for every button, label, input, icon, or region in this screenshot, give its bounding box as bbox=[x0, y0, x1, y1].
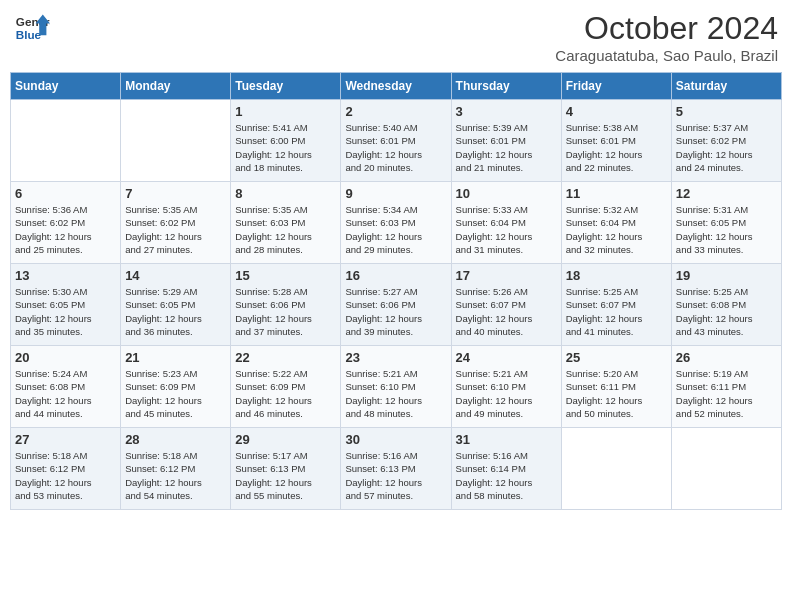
day-number: 15 bbox=[235, 268, 336, 283]
calendar-cell: 8Sunrise: 5:35 AM Sunset: 6:03 PM Daylig… bbox=[231, 182, 341, 264]
logo: General Blue bbox=[14, 10, 50, 46]
cell-content: Sunrise: 5:17 AM Sunset: 6:13 PM Dayligh… bbox=[235, 449, 336, 502]
location-subtitle: Caraguatatuba, Sao Paulo, Brazil bbox=[555, 47, 778, 64]
day-number: 6 bbox=[15, 186, 116, 201]
calendar-week-1: 1Sunrise: 5:41 AM Sunset: 6:00 PM Daylig… bbox=[11, 100, 782, 182]
calendar-body: 1Sunrise: 5:41 AM Sunset: 6:00 PM Daylig… bbox=[11, 100, 782, 510]
day-number: 7 bbox=[125, 186, 226, 201]
calendar-cell bbox=[671, 428, 781, 510]
cell-content: Sunrise: 5:19 AM Sunset: 6:11 PM Dayligh… bbox=[676, 367, 777, 420]
day-number: 10 bbox=[456, 186, 557, 201]
cell-content: Sunrise: 5:37 AM Sunset: 6:02 PM Dayligh… bbox=[676, 121, 777, 174]
cell-content: Sunrise: 5:21 AM Sunset: 6:10 PM Dayligh… bbox=[456, 367, 557, 420]
day-number: 1 bbox=[235, 104, 336, 119]
day-header-friday: Friday bbox=[561, 73, 671, 100]
calendar-cell: 21Sunrise: 5:23 AM Sunset: 6:09 PM Dayli… bbox=[121, 346, 231, 428]
calendar-cell: 18Sunrise: 5:25 AM Sunset: 6:07 PM Dayli… bbox=[561, 264, 671, 346]
cell-content: Sunrise: 5:29 AM Sunset: 6:05 PM Dayligh… bbox=[125, 285, 226, 338]
cell-content: Sunrise: 5:26 AM Sunset: 6:07 PM Dayligh… bbox=[456, 285, 557, 338]
cell-content: Sunrise: 5:16 AM Sunset: 6:13 PM Dayligh… bbox=[345, 449, 446, 502]
day-number: 2 bbox=[345, 104, 446, 119]
day-number: 27 bbox=[15, 432, 116, 447]
day-number: 30 bbox=[345, 432, 446, 447]
calendar-cell: 9Sunrise: 5:34 AM Sunset: 6:03 PM Daylig… bbox=[341, 182, 451, 264]
cell-content: Sunrise: 5:18 AM Sunset: 6:12 PM Dayligh… bbox=[15, 449, 116, 502]
cell-content: Sunrise: 5:31 AM Sunset: 6:05 PM Dayligh… bbox=[676, 203, 777, 256]
calendar-cell: 17Sunrise: 5:26 AM Sunset: 6:07 PM Dayli… bbox=[451, 264, 561, 346]
calendar-cell: 15Sunrise: 5:28 AM Sunset: 6:06 PM Dayli… bbox=[231, 264, 341, 346]
day-number: 31 bbox=[456, 432, 557, 447]
cell-content: Sunrise: 5:41 AM Sunset: 6:00 PM Dayligh… bbox=[235, 121, 336, 174]
calendar-cell: 4Sunrise: 5:38 AM Sunset: 6:01 PM Daylig… bbox=[561, 100, 671, 182]
calendar-cell bbox=[561, 428, 671, 510]
calendar-cell: 25Sunrise: 5:20 AM Sunset: 6:11 PM Dayli… bbox=[561, 346, 671, 428]
cell-content: Sunrise: 5:27 AM Sunset: 6:06 PM Dayligh… bbox=[345, 285, 446, 338]
day-number: 13 bbox=[15, 268, 116, 283]
month-title: October 2024 bbox=[555, 10, 778, 47]
cell-content: Sunrise: 5:40 AM Sunset: 6:01 PM Dayligh… bbox=[345, 121, 446, 174]
day-number: 17 bbox=[456, 268, 557, 283]
day-number: 28 bbox=[125, 432, 226, 447]
calendar-cell: 13Sunrise: 5:30 AM Sunset: 6:05 PM Dayli… bbox=[11, 264, 121, 346]
cell-content: Sunrise: 5:22 AM Sunset: 6:09 PM Dayligh… bbox=[235, 367, 336, 420]
day-number: 29 bbox=[235, 432, 336, 447]
cell-content: Sunrise: 5:20 AM Sunset: 6:11 PM Dayligh… bbox=[566, 367, 667, 420]
cell-content: Sunrise: 5:32 AM Sunset: 6:04 PM Dayligh… bbox=[566, 203, 667, 256]
day-header-tuesday: Tuesday bbox=[231, 73, 341, 100]
cell-content: Sunrise: 5:36 AM Sunset: 6:02 PM Dayligh… bbox=[15, 203, 116, 256]
calendar-cell: 5Sunrise: 5:37 AM Sunset: 6:02 PM Daylig… bbox=[671, 100, 781, 182]
svg-text:Blue: Blue bbox=[16, 28, 42, 41]
day-number: 5 bbox=[676, 104, 777, 119]
day-number: 21 bbox=[125, 350, 226, 365]
calendar-cell: 24Sunrise: 5:21 AM Sunset: 6:10 PM Dayli… bbox=[451, 346, 561, 428]
day-number: 25 bbox=[566, 350, 667, 365]
calendar-header-row: SundayMondayTuesdayWednesdayThursdayFrid… bbox=[11, 73, 782, 100]
calendar-week-5: 27Sunrise: 5:18 AM Sunset: 6:12 PM Dayli… bbox=[11, 428, 782, 510]
day-number: 9 bbox=[345, 186, 446, 201]
calendar-cell: 29Sunrise: 5:17 AM Sunset: 6:13 PM Dayli… bbox=[231, 428, 341, 510]
cell-content: Sunrise: 5:21 AM Sunset: 6:10 PM Dayligh… bbox=[345, 367, 446, 420]
cell-content: Sunrise: 5:23 AM Sunset: 6:09 PM Dayligh… bbox=[125, 367, 226, 420]
cell-content: Sunrise: 5:18 AM Sunset: 6:12 PM Dayligh… bbox=[125, 449, 226, 502]
calendar-cell: 11Sunrise: 5:32 AM Sunset: 6:04 PM Dayli… bbox=[561, 182, 671, 264]
cell-content: Sunrise: 5:24 AM Sunset: 6:08 PM Dayligh… bbox=[15, 367, 116, 420]
title-block: October 2024 Caraguatatuba, Sao Paulo, B… bbox=[555, 10, 778, 64]
page-header: General Blue October 2024 Caraguatatuba,… bbox=[10, 10, 782, 64]
cell-content: Sunrise: 5:34 AM Sunset: 6:03 PM Dayligh… bbox=[345, 203, 446, 256]
cell-content: Sunrise: 5:25 AM Sunset: 6:08 PM Dayligh… bbox=[676, 285, 777, 338]
cell-content: Sunrise: 5:35 AM Sunset: 6:03 PM Dayligh… bbox=[235, 203, 336, 256]
calendar-cell: 14Sunrise: 5:29 AM Sunset: 6:05 PM Dayli… bbox=[121, 264, 231, 346]
calendar-cell: 19Sunrise: 5:25 AM Sunset: 6:08 PM Dayli… bbox=[671, 264, 781, 346]
calendar-cell: 28Sunrise: 5:18 AM Sunset: 6:12 PM Dayli… bbox=[121, 428, 231, 510]
calendar-cell: 2Sunrise: 5:40 AM Sunset: 6:01 PM Daylig… bbox=[341, 100, 451, 182]
cell-content: Sunrise: 5:33 AM Sunset: 6:04 PM Dayligh… bbox=[456, 203, 557, 256]
day-number: 22 bbox=[235, 350, 336, 365]
day-header-thursday: Thursday bbox=[451, 73, 561, 100]
cell-content: Sunrise: 5:25 AM Sunset: 6:07 PM Dayligh… bbox=[566, 285, 667, 338]
day-number: 3 bbox=[456, 104, 557, 119]
calendar-cell: 26Sunrise: 5:19 AM Sunset: 6:11 PM Dayli… bbox=[671, 346, 781, 428]
day-header-saturday: Saturday bbox=[671, 73, 781, 100]
day-number: 19 bbox=[676, 268, 777, 283]
cell-content: Sunrise: 5:39 AM Sunset: 6:01 PM Dayligh… bbox=[456, 121, 557, 174]
day-number: 18 bbox=[566, 268, 667, 283]
cell-content: Sunrise: 5:35 AM Sunset: 6:02 PM Dayligh… bbox=[125, 203, 226, 256]
calendar-week-2: 6Sunrise: 5:36 AM Sunset: 6:02 PM Daylig… bbox=[11, 182, 782, 264]
calendar-cell bbox=[121, 100, 231, 182]
day-number: 23 bbox=[345, 350, 446, 365]
calendar-cell: 7Sunrise: 5:35 AM Sunset: 6:02 PM Daylig… bbox=[121, 182, 231, 264]
calendar-cell: 12Sunrise: 5:31 AM Sunset: 6:05 PM Dayli… bbox=[671, 182, 781, 264]
day-number: 24 bbox=[456, 350, 557, 365]
calendar-cell: 6Sunrise: 5:36 AM Sunset: 6:02 PM Daylig… bbox=[11, 182, 121, 264]
day-number: 12 bbox=[676, 186, 777, 201]
day-number: 16 bbox=[345, 268, 446, 283]
calendar-cell: 27Sunrise: 5:18 AM Sunset: 6:12 PM Dayli… bbox=[11, 428, 121, 510]
day-number: 14 bbox=[125, 268, 226, 283]
day-number: 26 bbox=[676, 350, 777, 365]
calendar-cell: 30Sunrise: 5:16 AM Sunset: 6:13 PM Dayli… bbox=[341, 428, 451, 510]
calendar-cell: 16Sunrise: 5:27 AM Sunset: 6:06 PM Dayli… bbox=[341, 264, 451, 346]
cell-content: Sunrise: 5:28 AM Sunset: 6:06 PM Dayligh… bbox=[235, 285, 336, 338]
calendar-week-3: 13Sunrise: 5:30 AM Sunset: 6:05 PM Dayli… bbox=[11, 264, 782, 346]
cell-content: Sunrise: 5:38 AM Sunset: 6:01 PM Dayligh… bbox=[566, 121, 667, 174]
calendar-cell: 10Sunrise: 5:33 AM Sunset: 6:04 PM Dayli… bbox=[451, 182, 561, 264]
